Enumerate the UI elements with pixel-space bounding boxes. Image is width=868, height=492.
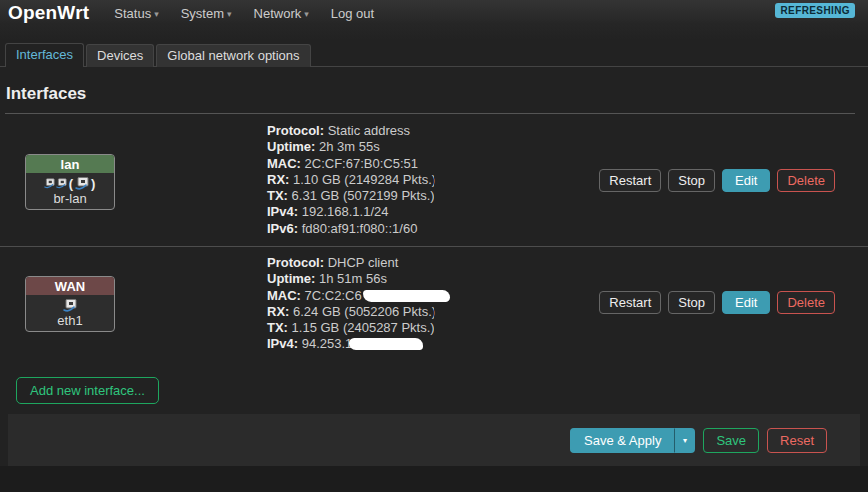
detail-label: IPv4: <box>267 204 298 219</box>
detail-label: RX: <box>267 304 289 319</box>
divider <box>0 246 868 247</box>
chevron-down-icon: ▾ <box>304 9 309 19</box>
nav-status-label: Status <box>114 6 151 21</box>
chevron-down-icon: ▾ <box>227 9 232 19</box>
detail-label: IPv6: <box>267 221 298 236</box>
detail-value: 2h 3m 55s <box>319 139 380 154</box>
ethernet-icon <box>75 177 89 190</box>
detail-line: TX: 6.31 GB (5072199 Pkts.) <box>267 188 435 204</box>
detail-label: RX: <box>267 172 289 187</box>
page-title: Interfaces <box>6 84 86 104</box>
detail-line: IPv6: fd80:af91:f080::1/60 <box>267 221 435 237</box>
tab-interfaces[interactable]: Interfaces <box>5 43 84 67</box>
nav-system[interactable]: System▾ <box>181 6 232 21</box>
bridge-paren: ( <box>69 176 73 191</box>
detail-line: Uptime: 1h 51m 56s <box>267 271 450 287</box>
nav-logout[interactable]: Log out <box>331 6 374 21</box>
ethernet-icon <box>44 178 55 189</box>
wan-action-buttons: Restart Stop Edit Delete <box>599 291 835 314</box>
nav-system-label: System <box>181 6 224 21</box>
detail-label: Uptime: <box>267 139 315 154</box>
detail-value: 6.24 GB (5052206 Pkts.) <box>293 304 435 319</box>
detail-label: Protocol: <box>267 123 324 138</box>
ethernet-icon <box>56 178 67 189</box>
ethernet-icon <box>26 295 114 313</box>
save-apply-button[interactable]: Save & Apply <box>570 428 674 453</box>
detail-value: 94.253.1 <box>302 336 353 351</box>
chevron-down-icon: ▾ <box>683 436 687 445</box>
detail-value: DHCP client <box>328 255 399 270</box>
footer-action-bar: Save & Apply ▾ Save Reset <box>8 414 860 466</box>
detail-label: TX: <box>267 320 288 335</box>
restart-button-lan[interactable]: Restart <box>599 169 661 192</box>
detail-label: MAC: <box>267 156 301 171</box>
edit-button-wan[interactable]: Edit <box>722 291 770 314</box>
detail-label: TX: <box>267 188 288 203</box>
redaction-blob <box>363 290 450 302</box>
interface-details-lan: Protocol: Static address Uptime: 2h 3m 5… <box>267 123 435 237</box>
detail-value: 192.168.1.1/24 <box>302 204 389 219</box>
detail-line: Uptime: 2h 3m 55s <box>267 139 435 155</box>
main-nav: Status▾ System▾ Network▾ Log out <box>114 6 374 21</box>
detail-line: Protocol: Static address <box>267 123 435 139</box>
save-apply-dropdown-toggle[interactable]: ▾ <box>674 428 695 453</box>
interface-name-wan: WAN <box>26 277 114 295</box>
tab-global-network-options[interactable]: Global network options <box>156 44 310 67</box>
device-name-wan: eth1 <box>26 313 114 331</box>
tab-bar: Interfaces Devices Global network option… <box>0 44 868 67</box>
detail-label: IPv4: <box>267 336 298 351</box>
detail-line: MAC: 2C:CF:67:B0:C5:51 <box>267 156 435 172</box>
interface-name-lan: lan <box>26 155 114 173</box>
lan-action-buttons: Restart Stop Edit Delete <box>599 169 835 192</box>
detail-line: RX: 1.10 GB (2149284 Pkts.) <box>267 172 435 188</box>
detail-line: RX: 6.24 GB (5052206 Pkts.) <box>267 304 450 320</box>
detail-value: 1.10 GB (2149284 Pkts.) <box>293 172 435 187</box>
nav-status[interactable]: Status▾ <box>114 6 158 21</box>
interface-box-wan: WAN eth1 <box>25 276 115 332</box>
restart-button-wan[interactable]: Restart <box>599 291 661 314</box>
tab-devices[interactable]: Devices <box>86 44 154 67</box>
detail-value: 7C:C2:C6 <box>305 288 362 303</box>
detail-line: TX: 1.15 GB (2405287 Pkts.) <box>267 320 450 336</box>
bridge-paren: ) <box>91 176 95 191</box>
divider <box>5 113 855 114</box>
detail-value: 1.15 GB (2405287 Pkts.) <box>292 320 434 335</box>
redaction-blob <box>349 338 423 350</box>
detail-value: 6.31 GB (5072199 Pkts.) <box>292 188 434 203</box>
nav-logout-label: Log out <box>331 6 374 21</box>
stop-button-wan[interactable]: Stop <box>668 291 715 314</box>
top-navbar: OpenWrt Status▾ System▾ Network▾ Log out… <box>0 0 868 40</box>
reset-button[interactable]: Reset <box>767 428 827 453</box>
detail-line: IPv4: 94.253.1 <box>267 336 450 352</box>
ethernet-icon <box>63 299 77 312</box>
interface-details-wan: Protocol: DHCP client Uptime: 1h 51m 56s… <box>267 255 450 353</box>
chevron-down-icon: ▾ <box>154 9 159 19</box>
nav-network[interactable]: Network▾ <box>254 6 309 21</box>
detail-label: Uptime: <box>267 271 315 286</box>
refreshing-status-badge[interactable]: REFRESHING <box>775 3 855 18</box>
add-new-interface-button[interactable]: Add new interface... <box>16 377 159 404</box>
detail-label: Protocol: <box>267 255 324 270</box>
delete-button-wan[interactable]: Delete <box>777 291 835 314</box>
nav-network-label: Network <box>254 6 302 21</box>
detail-line: IPv4: 192.168.1.1/24 <box>267 204 435 220</box>
detail-line: MAC: 7C:C2:C6 <box>267 288 450 304</box>
detail-value: 2C:CF:67:B0:C5:51 <box>305 156 418 171</box>
detail-value: fd80:af91:f080::1/60 <box>302 221 418 236</box>
delete-button-lan[interactable]: Delete <box>777 169 835 192</box>
openwrt-logo[interactable]: OpenWrt <box>8 2 89 24</box>
interface-box-lan: lan ( ) br-lan <box>25 154 115 210</box>
detail-line: Protocol: DHCP client <box>267 255 450 271</box>
detail-label: MAC: <box>267 288 301 303</box>
save-apply-split-button: Save & Apply ▾ <box>570 428 695 453</box>
detail-value: Static address <box>328 123 410 138</box>
save-button[interactable]: Save <box>703 428 759 453</box>
bridge-icon: ( ) <box>26 173 114 191</box>
device-name-lan: br-lan <box>26 191 114 209</box>
detail-value: 1h 51m 56s <box>319 271 387 286</box>
stop-button-lan[interactable]: Stop <box>668 169 715 192</box>
openwrt-interfaces-page: OpenWrt Status▾ System▾ Network▾ Log out… <box>0 0 868 492</box>
edit-button-lan[interactable]: Edit <box>722 169 770 192</box>
page-bottom-background <box>0 466 868 492</box>
